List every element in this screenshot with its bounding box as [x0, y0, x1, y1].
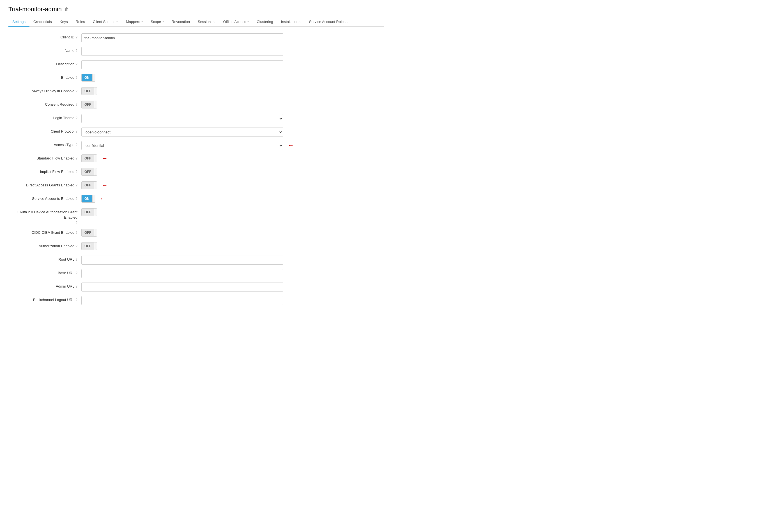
tab-offline-access[interactable]: Offline Access ?	[219, 17, 253, 27]
always-display-row: Always Display in Console ? OFF	[8, 87, 384, 97]
service-accounts-help-icon[interactable]: ?	[75, 197, 77, 201]
oauth-device-toggle[interactable]: OFF	[81, 208, 97, 216]
always-display-control: OFF	[81, 87, 384, 95]
consent-required-help-icon[interactable]: ?	[75, 103, 77, 107]
implicit-flow-control: OFF	[81, 168, 384, 176]
backchannel-logout-control	[81, 296, 384, 305]
service-accounts-row: Service Accounts Enabled ? ON ←	[8, 195, 384, 204]
description-row: Description ?	[8, 60, 384, 70]
tab-client-scopes[interactable]: Client Scopes ?	[89, 17, 122, 27]
tab-sessions[interactable]: Sessions ?	[194, 17, 219, 27]
admin-url-help-icon[interactable]: ?	[75, 284, 77, 289]
admin-url-input[interactable]	[81, 282, 283, 292]
page-title: Trial-monitor-admin	[8, 6, 62, 13]
name-row: Name ?	[8, 47, 384, 56]
direct-access-label: Direct Access Grants Enabled ?	[8, 181, 81, 187]
standard-flow-help-icon[interactable]: ?	[75, 156, 77, 160]
oauth-device-control: OFF	[81, 208, 384, 216]
description-input[interactable]	[81, 60, 283, 69]
standard-flow-toggle[interactable]: OFF	[81, 154, 97, 162]
oidc-ciba-control: OFF	[81, 229, 384, 236]
service-account-roles-help-icon: ?	[346, 20, 348, 24]
access-type-help-icon[interactable]: ?	[75, 143, 77, 147]
access-type-row: Access Type ? confidential public bearer…	[8, 141, 384, 151]
oauth-device-row: OAuth 2.0 Device Authorization Grant Ena…	[8, 208, 384, 225]
access-type-select[interactable]: confidential public bearer-only	[81, 141, 283, 150]
sessions-help-icon: ?	[213, 20, 215, 24]
direct-access-help-icon[interactable]: ?	[75, 183, 77, 187]
client-protocol-select[interactable]: openid-connect saml	[81, 127, 283, 137]
mappers-help-icon: ?	[141, 20, 143, 24]
standard-flow-arrow: ←	[102, 155, 108, 161]
always-display-toggle[interactable]: OFF	[81, 87, 97, 95]
authorization-enabled-row: Authorization Enabled ? OFF	[8, 242, 384, 252]
client-id-label: Client ID ?	[8, 33, 81, 39]
login-theme-help-icon[interactable]: ?	[75, 116, 77, 120]
service-accounts-label: Service Accounts Enabled ?	[8, 195, 81, 201]
consent-required-toggle[interactable]: OFF	[81, 101, 97, 109]
oidc-ciba-help-icon[interactable]: ?	[75, 231, 77, 235]
client-id-help-icon[interactable]: ?	[75, 35, 77, 39]
login-theme-select[interactable]	[81, 114, 283, 123]
tab-clustering[interactable]: Clustering	[253, 17, 277, 27]
standard-flow-row: Standard Flow Enabled ? OFF ←	[8, 154, 384, 164]
enabled-help-icon[interactable]: ?	[75, 76, 77, 80]
base-url-label: Base URL ?	[8, 269, 81, 275]
direct-access-arrow: ←	[102, 182, 108, 188]
delete-icon[interactable]: 🗑	[65, 7, 69, 12]
oauth-device-label: OAuth 2.0 Device Authorization Grant Ena…	[8, 208, 81, 225]
description-help-icon[interactable]: ?	[75, 62, 77, 66]
consent-required-control: OFF	[81, 101, 384, 109]
enabled-control: ON	[81, 74, 384, 82]
tab-installation[interactable]: Installation ?	[277, 17, 305, 27]
direct-access-control: OFF ←	[81, 181, 384, 189]
implicit-flow-help-icon[interactable]: ?	[75, 170, 77, 174]
client-protocol-row: Client Protocol ? openid-connect saml	[8, 127, 384, 137]
tab-roles[interactable]: Roles	[72, 17, 89, 27]
access-type-arrow: ←	[288, 142, 294, 149]
oauth-device-help-icon[interactable]: ?	[75, 221, 77, 225]
tab-service-account-roles[interactable]: Service Account Roles ?	[305, 17, 352, 27]
client-id-row: Client ID ?	[8, 33, 384, 43]
oidc-ciba-label: OIDC CIBA Grant Enabled ?	[8, 229, 81, 235]
tab-revocation[interactable]: Revocation	[168, 17, 194, 27]
direct-access-toggle[interactable]: OFF	[81, 181, 97, 189]
standard-flow-control: OFF ←	[81, 154, 384, 162]
tab-scope[interactable]: Scope ?	[147, 17, 168, 27]
description-label: Description ?	[8, 60, 81, 66]
root-url-input[interactable]	[81, 256, 283, 265]
authorization-enabled-label: Authorization Enabled ?	[8, 242, 81, 248]
backchannel-logout-help-icon[interactable]: ?	[75, 298, 77, 302]
always-display-help-icon[interactable]: ?	[75, 89, 77, 93]
direct-access-row: Direct Access Grants Enabled ? OFF ←	[8, 181, 384, 191]
backchannel-logout-input[interactable]	[81, 296, 283, 305]
client-id-control	[81, 33, 384, 42]
base-url-control	[81, 269, 384, 278]
authorization-enabled-help-icon[interactable]: ?	[75, 244, 77, 248]
implicit-flow-toggle[interactable]: OFF	[81, 168, 97, 176]
tab-mappers[interactable]: Mappers ?	[122, 17, 147, 27]
name-help-icon[interactable]: ?	[75, 49, 77, 53]
oidc-ciba-toggle[interactable]: OFF	[81, 229, 97, 236]
base-url-input[interactable]	[81, 269, 283, 278]
consent-required-row: Consent Required ? OFF	[8, 101, 384, 110]
root-url-help-icon[interactable]: ?	[75, 258, 77, 262]
base-url-help-icon[interactable]: ?	[75, 271, 77, 275]
login-theme-row: Login Theme ?	[8, 114, 384, 124]
client-id-input[interactable]	[81, 33, 283, 42]
tab-keys[interactable]: Keys	[56, 17, 72, 27]
access-type-control: confidential public bearer-only ←	[81, 141, 384, 150]
client-protocol-help-icon[interactable]: ?	[75, 129, 77, 134]
tab-credentials[interactable]: Credentials	[30, 17, 56, 27]
enabled-row: Enabled ? ON	[8, 74, 384, 83]
root-url-row: Root URL ?	[8, 256, 384, 265]
service-accounts-toggle[interactable]: ON	[81, 195, 95, 203]
name-label: Name ?	[8, 47, 81, 53]
implicit-flow-label: Implicit Flow Enabled ?	[8, 168, 81, 174]
enabled-toggle[interactable]: ON	[81, 74, 95, 82]
name-input[interactable]	[81, 47, 283, 56]
root-url-label: Root URL ?	[8, 256, 81, 262]
tab-settings[interactable]: Settings	[8, 17, 30, 27]
authorization-enabled-toggle[interactable]: OFF	[81, 242, 97, 250]
admin-url-control	[81, 282, 384, 292]
